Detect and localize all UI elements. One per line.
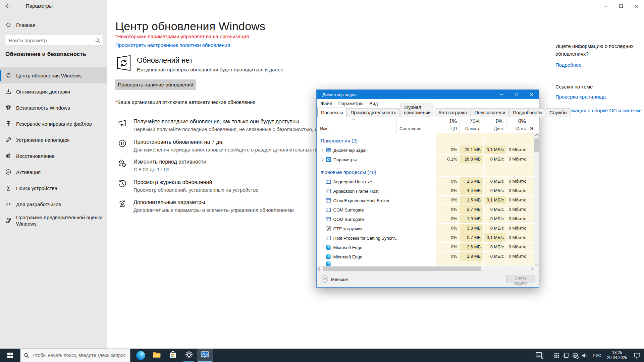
view-update-policies-link[interactable]: Просмотреть настроенные политики обновле… — [115, 42, 230, 48]
stat-cell-empty — [506, 168, 529, 177]
sidebar-item-home[interactable]: Главная — [0, 17, 107, 32]
column-name[interactable]: Имя — [317, 117, 397, 133]
menu-item[interactable]: Файл — [318, 101, 335, 106]
network-cell: 0 Мбит/с — [506, 233, 529, 243]
date: 20.04.2025 — [607, 355, 627, 360]
settings-search-input[interactable] — [5, 38, 93, 43]
horizontal-scroll-thumb[interactable] — [323, 266, 481, 271]
tm-maximize-icon[interactable] — [509, 90, 524, 99]
process-group-header[interactable]: Фоновые процессы (40) — [317, 168, 534, 177]
locate-icon — [5, 185, 11, 191]
sidebar-item[interactable]: Устранение неполадок — [0, 132, 107, 148]
memory-cell: 1,6 МБ — [460, 177, 483, 186]
option-title: Дополнительные параметры — [133, 199, 294, 206]
tablet-mode-icon[interactable] — [561, 349, 571, 362]
disk-cell: 0,1 МБ/с — [483, 145, 506, 155]
taskbar-task-manager-button[interactable] — [197, 349, 213, 362]
scroll-up-icon[interactable] — [534, 133, 539, 138]
fewer-details-button[interactable]: Меньше — [321, 276, 348, 283]
learn-more-link[interactable]: Подробнее — [555, 62, 644, 68]
sidebar-item[interactable]: Восстановление — [0, 148, 107, 164]
process-row[interactable]: COM Surrogate0%1,9 МБ0 МБ/с0 Мбит/с — [317, 215, 534, 224]
column-memory[interactable]: 75% Память — [460, 117, 483, 133]
process-row[interactable]: COM Surrogate0%2,7 МБ0 МБ/с0 Мбит/с — [317, 205, 534, 215]
scroll-down-icon[interactable] — [534, 261, 539, 266]
tm-minimize-icon[interactable] — [494, 90, 509, 99]
clock[interactable]: 18:25 20.04.2025 — [604, 350, 630, 360]
process-row[interactable]: Host Process for Setting Synchr...0%0,7 … — [317, 233, 534, 243]
tab-inactive[interactable]: Подробности — [509, 108, 545, 117]
stat-cell-empty — [483, 164, 506, 168]
shield-icon — [5, 105, 11, 111]
back-icon[interactable] — [5, 3, 12, 9]
taskbar-store-button[interactable] — [165, 349, 181, 362]
process-row[interactable]: Параметры0,1%26,8 МБ0 МБ/с0 Мбит/с — [317, 155, 534, 164]
column-disk[interactable]: 0% Диск — [483, 117, 506, 133]
taskbar-search-input[interactable] — [32, 352, 130, 358]
tab-inactive[interactable]: Автозагрузка — [435, 108, 471, 117]
end-task-button[interactable]: Снять задачу — [506, 275, 535, 283]
dev-icon — [5, 201, 11, 207]
sidebar-item[interactable]: Центр обновления Windows — [0, 67, 107, 83]
close-icon[interactable] — [629, 0, 644, 12]
minimize-icon[interactable] — [598, 0, 613, 12]
process-row[interactable]: AggregatorHost.exe0%1,6 МБ0 МБ/с0 Мбит/с — [317, 177, 534, 186]
tab-inactive[interactable]: Пользователи — [471, 108, 509, 117]
sidebar-item[interactable]: Для разработчиков — [0, 196, 107, 212]
taskbar-explorer-button[interactable] — [149, 349, 165, 362]
task-manager-titlebar[interactable]: Диспетчер задач — [317, 90, 539, 99]
process-row-partial[interactable] — [317, 261, 534, 266]
tm-close-icon[interactable] — [524, 90, 539, 99]
related-links-heading: Ссылки по теме — [555, 84, 644, 89]
expand-chevron-icon[interactable] — [320, 148, 323, 152]
column-network[interactable]: 0% Сеть — [506, 117, 529, 133]
check-updates-button[interactable]: Проверить наличие обновлений — [115, 79, 196, 90]
column-status[interactable]: Состояние — [397, 117, 436, 133]
check-storage-link[interactable]: Проверка хранилища — [555, 94, 644, 100]
cpu-cell: 0% — [436, 145, 460, 155]
tab-inactive[interactable]: Службы — [546, 108, 571, 117]
network-cell: 0 Мбит/с — [506, 224, 529, 233]
sidebar-item-label: Оптимизация доставки — [16, 86, 74, 97]
hidden-icons-grid-icon[interactable] — [552, 349, 561, 362]
process-row[interactable]: Диспетчер задач0%20,1 МБ0,1 МБ/с0 Мбит/с — [317, 145, 534, 155]
expand-chevron-icon[interactable] — [320, 158, 323, 161]
sidebar-item[interactable]: Безопасность Windows — [0, 100, 107, 116]
maximize-icon[interactable] — [613, 0, 629, 12]
taskbar-settings-button[interactable] — [181, 349, 197, 362]
taskbar-edge-button[interactable] — [132, 349, 149, 362]
language-indicator[interactable]: РУС — [590, 353, 604, 358]
search-icon[interactable] — [93, 38, 103, 43]
process-row[interactable]: Microsoft Edge0%2,8 МБ0 МБ/с0 Мбит/с — [317, 252, 534, 261]
sidebar-item[interactable]: Резервное копирование файлов — [0, 116, 107, 132]
org-disabled-notice: *Ваша организация отключила автоматическ… — [115, 99, 256, 105]
volume-icon[interactable] — [580, 349, 590, 362]
process-row[interactable]: CloudExperienceHost Broker0%1,5 МБ0,1 МБ… — [317, 196, 534, 205]
process-row[interactable]: Microsoft Edge0%2,6 МБ0 МБ/с0 Мбит/с — [317, 243, 534, 252]
process-row[interactable]: CTF-загрузчик0%3,3 МБ0 МБ/с0 Мбит/с — [317, 224, 534, 233]
start-button[interactable] — [0, 349, 20, 362]
process-row[interactable]: Application Frame Host0%4,4 МБ0 МБ/с0 Мб… — [317, 186, 534, 196]
tab-active[interactable]: Процессы — [317, 108, 346, 117]
tab-inactive[interactable]: Журнал приложений — [400, 103, 434, 117]
menu-item[interactable]: Вид — [366, 101, 381, 106]
network-globe-icon[interactable] — [571, 349, 580, 362]
action-center-icon[interactable] — [630, 349, 644, 362]
stat-cell-empty — [460, 168, 483, 177]
sidebar-item[interactable]: Поиск устройства — [0, 180, 107, 196]
tab-inactive[interactable]: Производительность — [347, 108, 400, 117]
stat-cell-empty — [460, 261, 483, 266]
news-widget-icon[interactable] — [532, 349, 547, 362]
sidebar-item[interactable]: Оптимизация доставки — [0, 83, 107, 100]
process-group-header[interactable]: Приложения (2) — [317, 136, 534, 145]
column-partial[interactable]: Э — [529, 117, 534, 133]
column-cpu[interactable]: 1% ЦП — [436, 117, 460, 133]
sidebar-item[interactable]: Активация — [0, 164, 107, 180]
chevron-up-circle-icon — [321, 276, 328, 283]
sidebar-item[interactable]: Программа предварительной оценки Windows — [0, 212, 107, 229]
menu-item[interactable]: Параметры — [335, 101, 366, 106]
memory-cell: 4,4 МБ — [460, 186, 483, 196]
vertical-scrollbar[interactable] — [534, 133, 539, 266]
update-status-text: Ежедневная проверка обновлений будет про… — [137, 67, 285, 72]
vertical-scroll-thumb[interactable] — [534, 138, 539, 152]
